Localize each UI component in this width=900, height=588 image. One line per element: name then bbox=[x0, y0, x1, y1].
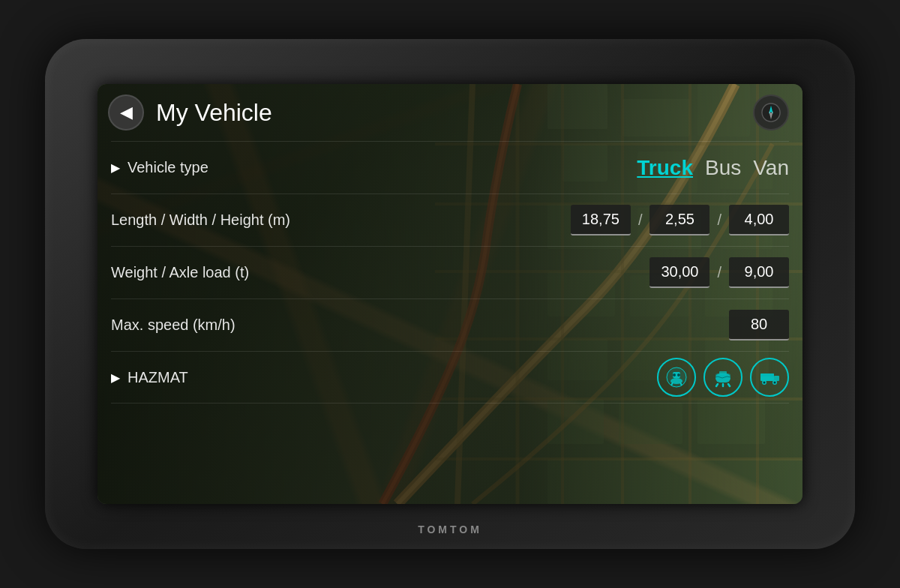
vehicle-type-van[interactable]: Van bbox=[753, 156, 789, 180]
vehicle-type-row: ▶ Vehicle type Truck Bus Van bbox=[111, 141, 789, 194]
hazmat-liquid-button[interactable] bbox=[704, 358, 742, 397]
device: ◀ My Vehicle ▶ Vehicle type bbox=[45, 39, 855, 549]
dimensions-row: Length / Width / Height (m) 18,75 / 2,55… bbox=[111, 194, 789, 246]
content-area: ▶ Vehicle type Truck Bus Van Length / Wi… bbox=[98, 141, 802, 504]
svg-rect-31 bbox=[719, 371, 727, 374]
hazmat-row: ▶ HAZMAT bbox=[111, 351, 789, 404]
svg-rect-36 bbox=[774, 376, 779, 381]
weight-values: 30,00 / 9,00 bbox=[650, 257, 789, 288]
slash-3: / bbox=[714, 264, 724, 281]
svg-point-25 bbox=[673, 374, 676, 376]
height-input[interactable]: 4,00 bbox=[729, 205, 789, 236]
svg-point-26 bbox=[677, 374, 680, 376]
compass-icon bbox=[761, 103, 781, 122]
width-input[interactable]: 2,55 bbox=[650, 205, 710, 236]
weight-row: Weight / Axle load (t) 30,00 / 9,00 bbox=[111, 246, 789, 298]
slash-2: / bbox=[714, 212, 724, 229]
vehicle-type-truck[interactable]: Truck bbox=[637, 156, 693, 180]
hazmat-icons bbox=[657, 358, 789, 397]
svg-point-40 bbox=[774, 382, 776, 384]
hazmat-explosive-icon bbox=[665, 366, 688, 388]
vehicle-type-bus[interactable]: Bus bbox=[705, 156, 741, 180]
speed-label: Max. speed (km/h) bbox=[111, 316, 729, 334]
vehicle-type-arrow-icon: ▶ bbox=[111, 160, 120, 175]
device-screen: ◀ My Vehicle ▶ Vehicle type bbox=[98, 84, 802, 504]
back-icon: ◀ bbox=[120, 103, 133, 122]
dimensions-label: Length / Width / Height (m) bbox=[111, 212, 571, 229]
hazmat-liquid-icon bbox=[712, 366, 734, 388]
slash-1: / bbox=[635, 212, 646, 229]
vehicle-type-options: Truck Bus Van bbox=[637, 156, 789, 180]
hazmat-cargo-button[interactable] bbox=[750, 358, 789, 397]
hazmat-arrow-icon: ▶ bbox=[111, 370, 120, 385]
header: ◀ My Vehicle bbox=[98, 84, 802, 141]
speed-row: Max. speed (km/h) 80 bbox=[111, 298, 789, 351]
hazmat-explosive-button[interactable] bbox=[657, 358, 696, 397]
hazmat-label: ▶ HAZMAT bbox=[111, 369, 657, 386]
navigation-button[interactable] bbox=[753, 94, 789, 130]
back-button[interactable]: ◀ bbox=[108, 94, 144, 130]
screen-content: ◀ My Vehicle ▶ Vehicle type bbox=[98, 84, 802, 504]
svg-rect-41 bbox=[760, 374, 774, 376]
hazmat-cargo-icon bbox=[758, 366, 781, 388]
vehicle-type-label: ▶ Vehicle type bbox=[111, 159, 637, 176]
svg-line-32 bbox=[716, 384, 718, 386]
brand-label: TOMTOM bbox=[418, 524, 482, 536]
svg-point-38 bbox=[764, 382, 766, 384]
dimensions-values: 18,75 / 2,55 / 4,00 bbox=[571, 205, 789, 236]
weight-label: Weight / Axle load (t) bbox=[111, 264, 650, 281]
length-input[interactable]: 18,75 bbox=[571, 205, 631, 236]
speed-values: 80 bbox=[729, 310, 789, 340]
speed-input[interactable]: 80 bbox=[729, 310, 789, 340]
weight-input[interactable]: 30,00 bbox=[650, 257, 710, 288]
axle-load-input[interactable]: 9,00 bbox=[729, 257, 789, 288]
svg-line-34 bbox=[728, 384, 730, 386]
page-title: My Vehicle bbox=[144, 99, 753, 127]
